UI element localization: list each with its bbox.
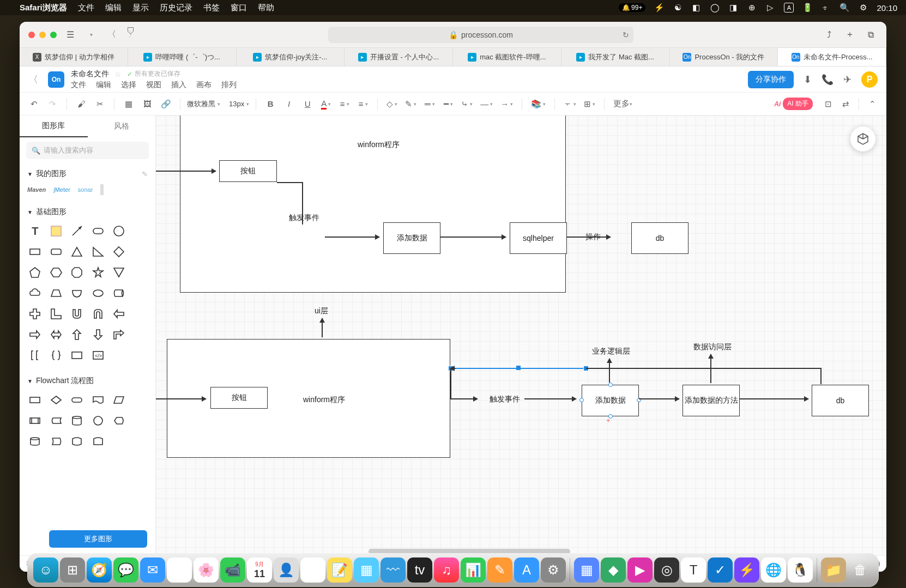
tool-extra-2[interactable]: ⇄ bbox=[838, 96, 853, 112]
dock-app4-icon[interactable]: ◆ bbox=[601, 557, 626, 583]
brush-button[interactable]: 🖌 bbox=[74, 96, 89, 112]
collapse-button[interactable]: ⌃ bbox=[865, 96, 880, 112]
more-shapes-button[interactable]: 更多图形 bbox=[49, 530, 147, 548]
ai-assistant-button[interactable]: AI 助手 bbox=[783, 98, 813, 110]
shape-star[interactable] bbox=[88, 263, 108, 282]
menubar-view[interactable]: 显示 bbox=[132, 3, 149, 13]
label-trigger2[interactable]: 触发事件 bbox=[490, 395, 520, 404]
menubar-history[interactable]: 历史记录 bbox=[160, 3, 192, 13]
menubar-file[interactable]: 文件 bbox=[78, 3, 94, 13]
node-db-2[interactable]: db bbox=[812, 385, 869, 416]
edit-icon[interactable]: ✎ bbox=[142, 170, 148, 178]
menu-arrange[interactable]: 排列 bbox=[221, 80, 237, 90]
shape-pentagon[interactable] bbox=[25, 263, 45, 282]
menubar-help[interactable]: 帮助 bbox=[258, 3, 274, 13]
document-title[interactable]: 未命名文件 bbox=[71, 69, 109, 79]
dock-safari-icon[interactable]: 🧭 bbox=[87, 557, 112, 583]
shape-arrow-up[interactable] bbox=[67, 325, 87, 344]
shape-fc-storage[interactable] bbox=[46, 411, 67, 431]
control-center-icon[interactable]: ⚙ bbox=[858, 3, 868, 13]
line-style-button[interactable]: ═ bbox=[422, 96, 437, 112]
layers-button[interactable]: 📚 bbox=[529, 96, 548, 112]
search-icon[interactable]: 🔍 bbox=[839, 3, 849, 13]
shape-u-up[interactable] bbox=[88, 304, 108, 324]
shape-corner[interactable] bbox=[46, 304, 67, 324]
dock-notes-icon[interactable]: 📝 bbox=[327, 557, 352, 583]
reload-icon[interactable]: ↻ bbox=[623, 31, 629, 39]
shape-hexagon[interactable] bbox=[46, 263, 67, 282]
menu-select[interactable]: 选择 bbox=[121, 80, 136, 90]
arrow-end-button[interactable]: → bbox=[498, 96, 515, 112]
node-adddata-1[interactable]: 添加数据 bbox=[383, 222, 440, 254]
dock-launchpad-icon[interactable]: ⊞ bbox=[60, 557, 85, 583]
shape-roundrect2[interactable] bbox=[46, 242, 67, 262]
menubar-bookmarks[interactable]: 书签 bbox=[203, 3, 220, 13]
dock-app5-icon[interactable]: ▶ bbox=[627, 557, 653, 583]
menu-insert[interactable]: 插入 bbox=[171, 80, 186, 90]
shape-line[interactable] bbox=[67, 221, 87, 241]
status-icon-1[interactable]: ⚡ bbox=[654, 3, 664, 13]
shape-arrow-turn[interactable] bbox=[109, 325, 129, 344]
wifi-icon[interactable]: ᯤ bbox=[821, 3, 831, 13]
maximize-window-button[interactable] bbox=[50, 32, 57, 38]
label-bizlayer[interactable]: 业务逻辑层 bbox=[592, 347, 630, 356]
more-button[interactable]: 更多 ▾ bbox=[611, 96, 635, 112]
shape-righttri[interactable] bbox=[88, 242, 108, 262]
shape-arrow-left[interactable] bbox=[109, 304, 129, 324]
dock-music-icon[interactable]: ♫ bbox=[434, 557, 459, 583]
menubar-edit[interactable]: 编辑 bbox=[105, 3, 122, 13]
node-sqlhelper[interactable]: sqlhelper bbox=[510, 222, 567, 254]
selection-handle[interactable] bbox=[608, 383, 613, 387]
diagram-arrow[interactable] bbox=[450, 398, 478, 399]
notification-badge[interactable]: 🔔 99+ bbox=[619, 3, 645, 12]
node-db-1[interactable]: db bbox=[631, 222, 688, 254]
shape-cloud[interactable] bbox=[25, 283, 45, 303]
shape-arrow-right[interactable] bbox=[25, 325, 45, 344]
shape-fc-data[interactable] bbox=[109, 390, 129, 410]
status-icon-7[interactable]: ▷ bbox=[765, 3, 775, 13]
privacy-shield-icon[interactable]: ⛉ bbox=[126, 27, 135, 37]
shape-fc-sub[interactable] bbox=[25, 411, 45, 431]
shape-fc-cylinder[interactable] bbox=[25, 432, 45, 451]
browser-tab[interactable]: X筑梦信仰 | 动力学相伴 bbox=[20, 48, 128, 66]
shape-fc-connector[interactable] bbox=[88, 411, 108, 431]
back-button[interactable]: 〈 bbox=[105, 28, 119, 42]
shape-trapezoid[interactable] bbox=[46, 283, 67, 303]
share-button[interactable]: ⤴ bbox=[822, 28, 836, 42]
diagram-arrow[interactable] bbox=[710, 354, 711, 383]
status-icon-6[interactable]: ⊕ bbox=[747, 3, 757, 13]
diagram-arrow[interactable] bbox=[609, 359, 610, 383]
distribute-button[interactable]: ⊞ bbox=[582, 96, 597, 112]
dock-app9-icon[interactable]: ⚡ bbox=[734, 557, 759, 583]
status-icon-2[interactable]: ☯ bbox=[673, 3, 682, 13]
diagram-arrow[interactable] bbox=[639, 398, 679, 399]
shape-fc-db[interactable] bbox=[67, 411, 87, 431]
clock[interactable]: 20:10 bbox=[877, 3, 897, 13]
label-winform1[interactable]: winform程序 bbox=[358, 140, 400, 150]
shape-ellipse[interactable] bbox=[88, 283, 108, 303]
shape-arrow-down[interactable] bbox=[88, 325, 108, 344]
battery-icon[interactable]: 🔋 bbox=[802, 3, 812, 13]
shape-cylinder-h[interactable] bbox=[109, 283, 129, 303]
diagram-arrow[interactable] bbox=[567, 237, 611, 238]
app-back-button[interactable]: 〈 bbox=[28, 73, 41, 86]
sidebar-tab-style[interactable]: 风格 bbox=[88, 116, 156, 137]
underline-button[interactable]: U bbox=[300, 96, 315, 112]
dock-qq-icon[interactable]: 🐧 bbox=[788, 557, 813, 583]
shape-fc-decision[interactable] bbox=[46, 390, 67, 410]
shape-triangle[interactable] bbox=[67, 242, 87, 262]
dock-app1-icon[interactable]: ▦ bbox=[354, 557, 379, 583]
menubar-window[interactable]: 窗口 bbox=[231, 3, 247, 13]
grid-icon[interactable]: ▦ bbox=[121, 96, 136, 112]
close-window-button[interactable] bbox=[28, 32, 35, 38]
shape-roundrect[interactable] bbox=[88, 221, 108, 241]
shape-trianglev[interactable] bbox=[109, 263, 129, 282]
node-adddata-2-selected[interactable]: 添加数据 bbox=[582, 385, 639, 416]
dock-app3-icon[interactable]: ▦ bbox=[574, 557, 599, 583]
dock-finder-icon[interactable]: ☺ bbox=[33, 557, 58, 583]
dock-trash-icon[interactable]: 🗑 bbox=[848, 557, 873, 583]
shape-arrow-lr[interactable] bbox=[46, 325, 67, 344]
browser-tab[interactable]: ▸开播设置 - 个人中心... bbox=[345, 48, 453, 66]
dock-settings-icon[interactable]: ⚙ bbox=[541, 557, 566, 583]
shape-halfcircle[interactable] bbox=[67, 283, 87, 303]
